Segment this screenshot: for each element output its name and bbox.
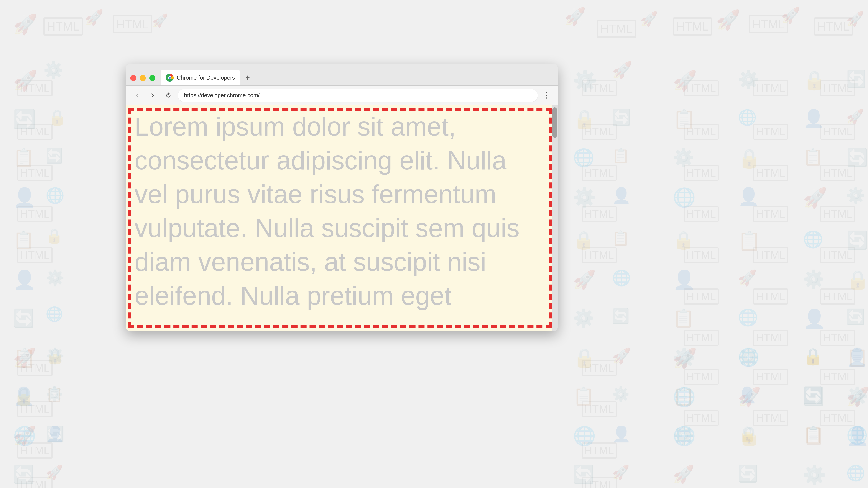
bg-left-html-2: HTML bbox=[18, 124, 53, 140]
bg-bfr-14: 🔄 bbox=[738, 464, 758, 483]
bg-html-badge-2: HTML bbox=[113, 15, 152, 33]
bg-right-icon-7: ⚙️ bbox=[573, 187, 596, 208]
bg-far-right-14: 👤 bbox=[738, 187, 760, 207]
bg-far-right-18: 📋 bbox=[738, 230, 761, 252]
close-button[interactable] bbox=[130, 75, 136, 81]
bg-far-right-12: 🔄 bbox=[846, 148, 868, 168]
bg-left-icon-4: 🔒 bbox=[48, 108, 67, 126]
bg-icon-2: 🚀 bbox=[85, 9, 103, 27]
bg-far-right-29: 🚀 bbox=[673, 347, 697, 370]
bg-left-icon-18: ⚙️ bbox=[45, 386, 63, 402]
bg-fr-html-16: HTML bbox=[684, 289, 719, 304]
bg-far-right-28: 🔄 bbox=[846, 308, 865, 326]
bg-bottom-3: 🔒 bbox=[13, 386, 35, 406]
lorem-text: Lorem ipsum dolor sit amet, consectetur … bbox=[134, 109, 545, 313]
bg-html-badge-3: HTML bbox=[597, 20, 636, 38]
bg-br-icon-4: ⚙️ bbox=[612, 386, 629, 402]
bg-bottom-7: 🔄 bbox=[13, 464, 35, 485]
bg-fr-html-5: HTML bbox=[753, 124, 788, 140]
bg-left-icon-3: 🔄 bbox=[13, 108, 36, 130]
bg-far-right-1: 🚀 bbox=[673, 69, 697, 92]
bg-right-icon-11: 🚀 bbox=[573, 269, 596, 291]
bg-fr-html-3: HTML bbox=[820, 80, 856, 96]
bg-left-icon-6: 🔄 bbox=[45, 148, 63, 164]
back-button[interactable] bbox=[131, 89, 143, 101]
bg-br-icon-5: 🌐 bbox=[573, 425, 596, 447]
bg-right-icon-10: 📋 bbox=[612, 230, 629, 247]
forward-button[interactable] bbox=[147, 89, 159, 101]
bg-far-right-31: 🔒 bbox=[803, 347, 823, 366]
bg-left-icon-20: 🔄 bbox=[45, 425, 64, 443]
scrollbar[interactable] bbox=[552, 105, 558, 331]
bg-far-right-20: 🔄 bbox=[846, 230, 868, 250]
bg-br-icon-8: 🚀 bbox=[612, 464, 629, 481]
bg-far-right-22: 🚀 bbox=[738, 269, 757, 287]
bg-bfr-9: 🌐 bbox=[673, 425, 696, 447]
bg-left-icon-7: 👤 bbox=[13, 187, 36, 208]
new-tab-button[interactable]: + bbox=[242, 72, 253, 83]
bg-br-icon-7: 🔄 bbox=[573, 464, 595, 485]
bg-fr-html-21: HTML bbox=[820, 330, 856, 346]
bg-right-html-1: HTML bbox=[582, 80, 617, 96]
address-bar[interactable] bbox=[178, 89, 538, 102]
bg-html-badge-1: HTML bbox=[43, 18, 83, 36]
bg-fr-html-6: HTML bbox=[820, 124, 856, 140]
active-tab[interactable]: Chrome for Developers bbox=[161, 70, 240, 86]
bg-left-icon-16: 🔒 bbox=[45, 347, 64, 365]
bg-far-right-27: 👤 bbox=[803, 308, 826, 330]
bg-bfr-10: 🔒 bbox=[738, 425, 757, 443]
bg-far-right-37: ⚙️ bbox=[673, 425, 694, 446]
bg-right-icon-9: 🔒 bbox=[573, 230, 595, 250]
bg-far-right-21: 👤 bbox=[673, 269, 696, 291]
browser-window: Chrome for Developers + bbox=[126, 64, 558, 331]
browser-menu-button[interactable] bbox=[541, 90, 553, 101]
bg-bl-html-4: HTML bbox=[18, 477, 53, 488]
bg-far-right-17: 🔒 bbox=[673, 230, 694, 250]
bg-far-right-26: 🌐 bbox=[738, 308, 758, 327]
bg-fr-html-7: HTML bbox=[684, 165, 719, 181]
bg-bfr-12: 👤 bbox=[846, 425, 868, 447]
bg-far-right-9: ⚙️ bbox=[673, 148, 694, 168]
bg-html-badge-4: HTML bbox=[673, 18, 712, 36]
bg-left-icon-19: 🚀 bbox=[13, 425, 36, 447]
bg-right-icon-2: 🚀 bbox=[612, 61, 632, 80]
bg-far-right-35: 🔄 bbox=[803, 386, 825, 406]
bg-far-right-25: 📋 bbox=[673, 308, 694, 328]
bg-right-icon-14: 🔄 bbox=[612, 308, 629, 324]
bg-bottom-2: ⚙️ bbox=[45, 347, 64, 365]
bg-fr-html-15: HTML bbox=[820, 247, 856, 263]
bg-br-icon-2: 🚀 bbox=[612, 347, 631, 365]
bg-bfr-2: 🌐 bbox=[738, 347, 760, 367]
bg-icon-6: 🚀 bbox=[716, 9, 740, 31]
bg-far-right-2: ⚙️ bbox=[738, 69, 760, 90]
reload-button[interactable] bbox=[162, 89, 175, 101]
maximize-button[interactable] bbox=[149, 75, 155, 81]
bg-bfr-6: 🚀 bbox=[738, 386, 761, 408]
bg-bottom-4: 📋 bbox=[45, 386, 63, 402]
bg-left-html-5: HTML bbox=[18, 247, 53, 263]
bg-bfr-3: 🔒 bbox=[803, 347, 823, 366]
bg-bfr-16: 🌐 bbox=[846, 464, 865, 482]
bg-icon-1: 🚀 bbox=[13, 13, 37, 36]
bg-bfr-5: 📋 bbox=[673, 386, 694, 406]
bg-left-icon-14: 🌐 bbox=[45, 306, 63, 322]
bg-bfr-8: ⚙️ bbox=[846, 386, 868, 406]
tab-area: Chrome for Developers + bbox=[161, 70, 553, 86]
bg-icon-3: 🚀 bbox=[152, 13, 168, 28]
menu-dot-3 bbox=[546, 97, 548, 99]
bg-left-icon-8: 🌐 bbox=[45, 187, 64, 204]
window-controls bbox=[130, 75, 155, 86]
bg-bfr-15: ⚙️ bbox=[803, 464, 826, 486]
bg-fr-html-14: HTML bbox=[753, 247, 788, 263]
bg-bottom-6: 👤 bbox=[45, 425, 64, 443]
bg-icon-8: 🚀 bbox=[846, 11, 864, 27]
scrollbar-thumb[interactable] bbox=[553, 107, 557, 138]
bg-fr-html-23: HTML bbox=[753, 369, 788, 385]
bg-fr-html-12: HTML bbox=[820, 206, 856, 222]
chrome-favicon bbox=[166, 74, 174, 82]
reload-icon bbox=[165, 92, 172, 98]
minimize-button[interactable] bbox=[140, 75, 146, 81]
bg-bl-html-1: HTML bbox=[18, 360, 53, 376]
bg-bfr-1: ⚙️ bbox=[673, 347, 696, 369]
bg-fr-html-24: HTML bbox=[820, 369, 856, 385]
